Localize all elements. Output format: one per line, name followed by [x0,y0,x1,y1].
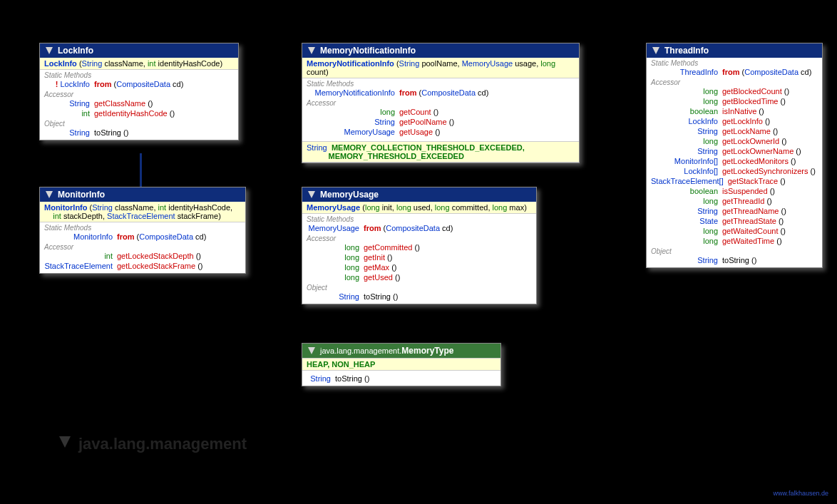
method-getthreadstate: StategetThreadState () [647,216,822,226]
method-getused: longgetUsed () [302,272,536,282]
method-from: ThreadInfo from (CompositeData cd) [647,67,822,77]
section-static-methods: Static Methods [302,214,536,223]
class-header: ThreadInfo [647,43,822,58]
class-threadinfo: ThreadInfo Static Methods ThreadInfo fro… [646,43,823,268]
method-getblockedcount: longgetBlockedCount () [647,86,822,96]
section-accessor: Accessor [647,77,822,86]
class-icon [307,46,317,56]
class-memorynotificationinfo: MemoryNotificationInfo MemoryNotificatio… [302,43,580,163]
method-getlockownerid: longgetLockOwnerId () [647,136,822,146]
method-getlockownername: StringgetLockOwnerName () [647,146,822,156]
class-header: MonitorInfo [40,187,245,202]
section-static-methods: Static Methods [40,70,238,79]
method-getlockname: StringgetLockName () [647,126,822,136]
class-title: MemoryType [401,346,453,356]
pkg-prefix: java.lang.management. [320,346,401,355]
class-header: java.lang.management.MemoryType [302,344,500,358]
constructor: MemoryUsage (long init, long used, long … [302,202,536,214]
method-getlockedstackframe: StackTraceElement getLockedStackFrame () [40,261,245,273]
enum-icon [307,346,317,356]
method-getusage: MemoryUsage getUsage () [302,127,579,137]
class-icon [44,46,54,56]
class-title: MemoryNotificationInfo [320,46,416,56]
method-getpoolname: String getPoolName () [302,117,579,127]
method-isinnative: booleanisInNative () [647,106,822,116]
class-memoryusage: MemoryUsage MemoryUsage (long init, long… [302,187,537,304]
method-getlockedsynchronizers: LockInfo[]getLockedSynchronizers () [647,166,822,176]
section-static-methods: Static Methods [302,78,579,88]
method-getinit: longgetInit () [302,252,536,262]
class-title: MonitorInfo [58,190,105,200]
method-getblockedtime: longgetBlockedTime () [647,96,822,106]
method-getthreadname: StringgetThreadName () [647,206,822,216]
section-accessor: Accessor [302,233,536,242]
method-tostring: String toString () [302,374,500,386]
package-icon [57,434,73,454]
method-getwaitedcount: longgetWaitedCount () [647,226,822,236]
method-getclassname: String getClassName () [40,98,238,108]
method-getcommitted: longgetCommitted () [302,242,536,252]
section-object: Object [40,118,238,128]
class-icon [307,190,317,200]
method-tostring: String toString () [302,292,536,304]
enum-constants: HEAP, NON_HEAP [302,358,500,371]
method-tostring: String toString () [647,255,822,267]
method-getidentityhashcode: int getIdentityHashCode () [40,108,238,118]
method-getwaitedtime: longgetWaitedTime () [647,236,822,246]
method-from: MemoryNotificationInfo from (CompositeDa… [302,88,579,98]
constructor: MonitorInfo (String className, int ident… [40,202,245,222]
method-getlockinfo: LockInfogetLockInfo () [647,116,822,126]
footer-link[interactable]: www.falkhausen.de [773,490,828,497]
class-header: MemoryUsage [302,187,536,202]
class-header: MemoryNotificationInfo [302,43,579,58]
section-accessor: Accessor [302,98,579,107]
class-lockinfo: LockInfo LockInfo (String className, int… [39,43,239,140]
section-static-methods: Static Methods [647,58,822,67]
section-object: Object [647,246,822,255]
section-accessor: Accessor [40,242,245,251]
method-getthreadid: longgetThreadId () [647,196,822,206]
section-static-methods: Static Methods [40,222,245,232]
class-title: ThreadInfo [664,46,709,56]
package-label: java.lang.management [57,434,247,454]
section-accessor: Accessor [40,89,238,98]
section-object: Object [302,282,536,292]
constants: String MEMORY_COLLECTION_THRESHOLD_EXCEE… [302,141,579,163]
method-getcount: long getCount () [302,107,579,117]
class-title: MemoryUsage [320,190,379,200]
method-issuspended: booleanisSuspended () [647,186,822,196]
method-tostring: String toString () [40,128,238,140]
method-getstacktrace: StackTraceElement[]getStackTrace () [647,176,822,186]
method-from: MonitorInfo from (CompositeData cd) [40,232,245,242]
method-getlockedmonitors: MonitorInfo[]getLockedMonitors () [647,156,822,166]
method-getmax: longgetMax () [302,262,536,272]
class-title: LockInfo [58,46,93,56]
method-getlockedstackdepth: int getLockedStackDepth () [40,251,245,261]
class-header: LockInfo [40,43,238,58]
class-icon [44,190,54,200]
method-from: ! LockInfo from (CompositeData cd) [40,79,238,89]
inheritance-connector [140,153,142,189]
class-icon [651,46,661,56]
enum-memorytype: java.lang.management.MemoryType HEAP, NO… [302,343,501,386]
method-from: MemoryUsage from (CompositeData cd) [302,223,536,233]
package-name: java.lang.management [78,435,247,453]
constructor: LockInfo (String className, int identity… [40,58,238,70]
constructor: MemoryNotificationInfo (String poolName,… [302,58,579,78]
class-monitorinfo: MonitorInfo MonitorInfo (String classNam… [39,187,246,274]
